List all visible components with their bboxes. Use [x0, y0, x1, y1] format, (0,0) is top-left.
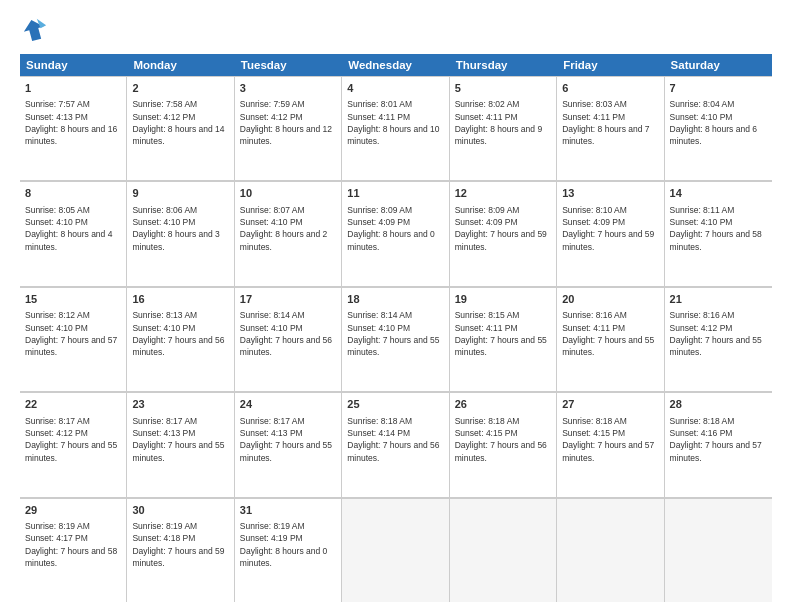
day-info: Sunrise: 8:19 AMSunset: 4:17 PMDaylight:…: [25, 520, 121, 569]
calendar-cell: 26Sunrise: 8:18 AMSunset: 4:15 PMDayligh…: [450, 392, 557, 496]
calendar-cell: 2Sunrise: 7:58 AMSunset: 4:12 PMDaylight…: [127, 76, 234, 180]
header-day-saturday: Saturday: [665, 54, 772, 76]
day-number: 26: [455, 397, 551, 412]
day-info: Sunrise: 8:11 AMSunset: 4:10 PMDaylight:…: [670, 204, 767, 253]
day-number: 21: [670, 292, 767, 307]
day-info: Sunrise: 8:06 AMSunset: 4:10 PMDaylight:…: [132, 204, 228, 253]
day-number: 19: [455, 292, 551, 307]
calendar-cell: 13Sunrise: 8:10 AMSunset: 4:09 PMDayligh…: [557, 181, 664, 285]
calendar-cell: 28Sunrise: 8:18 AMSunset: 4:16 PMDayligh…: [665, 392, 772, 496]
day-number: 27: [562, 397, 658, 412]
day-number: 7: [670, 81, 767, 96]
calendar-header: SundayMondayTuesdayWednesdayThursdayFrid…: [20, 54, 772, 76]
day-info: Sunrise: 8:09 AMSunset: 4:09 PMDaylight:…: [455, 204, 551, 253]
calendar-week-3: 15Sunrise: 8:12 AMSunset: 4:10 PMDayligh…: [20, 287, 772, 392]
day-number: 15: [25, 292, 121, 307]
day-number: 31: [240, 503, 336, 518]
calendar-cell: [665, 498, 772, 602]
day-number: 18: [347, 292, 443, 307]
day-info: Sunrise: 7:57 AMSunset: 4:13 PMDaylight:…: [25, 98, 121, 147]
calendar-cell: 1Sunrise: 7:57 AMSunset: 4:13 PMDaylight…: [20, 76, 127, 180]
calendar-week-1: 1Sunrise: 7:57 AMSunset: 4:13 PMDaylight…: [20, 76, 772, 181]
day-number: 30: [132, 503, 228, 518]
day-info: Sunrise: 8:17 AMSunset: 4:13 PMDaylight:…: [132, 415, 228, 464]
day-info: Sunrise: 8:19 AMSunset: 4:19 PMDaylight:…: [240, 520, 336, 569]
day-info: Sunrise: 8:15 AMSunset: 4:11 PMDaylight:…: [455, 309, 551, 358]
calendar-cell: 25Sunrise: 8:18 AMSunset: 4:14 PMDayligh…: [342, 392, 449, 496]
day-number: 20: [562, 292, 658, 307]
calendar-cell: 3Sunrise: 7:59 AMSunset: 4:12 PMDaylight…: [235, 76, 342, 180]
calendar-body: 1Sunrise: 7:57 AMSunset: 4:13 PMDaylight…: [20, 76, 772, 602]
calendar: SundayMondayTuesdayWednesdayThursdayFrid…: [20, 54, 772, 602]
day-info: Sunrise: 8:16 AMSunset: 4:11 PMDaylight:…: [562, 309, 658, 358]
header-day-tuesday: Tuesday: [235, 54, 342, 76]
calendar-cell: [450, 498, 557, 602]
calendar-week-2: 8Sunrise: 8:05 AMSunset: 4:10 PMDaylight…: [20, 181, 772, 286]
day-info: Sunrise: 8:03 AMSunset: 4:11 PMDaylight:…: [562, 98, 658, 147]
calendar-cell: 22Sunrise: 8:17 AMSunset: 4:12 PMDayligh…: [20, 392, 127, 496]
header-day-friday: Friday: [557, 54, 664, 76]
day-number: 12: [455, 186, 551, 201]
logo-icon: [20, 16, 48, 44]
calendar-week-5: 29Sunrise: 8:19 AMSunset: 4:17 PMDayligh…: [20, 498, 772, 602]
day-info: Sunrise: 8:18 AMSunset: 4:14 PMDaylight:…: [347, 415, 443, 464]
day-info: Sunrise: 8:14 AMSunset: 4:10 PMDaylight:…: [347, 309, 443, 358]
day-number: 1: [25, 81, 121, 96]
day-info: Sunrise: 8:18 AMSunset: 4:16 PMDaylight:…: [670, 415, 767, 464]
day-number: 8: [25, 186, 121, 201]
page: SundayMondayTuesdayWednesdayThursdayFrid…: [0, 0, 792, 612]
calendar-cell: 16Sunrise: 8:13 AMSunset: 4:10 PMDayligh…: [127, 287, 234, 391]
day-info: Sunrise: 8:19 AMSunset: 4:18 PMDaylight:…: [132, 520, 228, 569]
day-info: Sunrise: 8:18 AMSunset: 4:15 PMDaylight:…: [455, 415, 551, 464]
calendar-cell: 17Sunrise: 8:14 AMSunset: 4:10 PMDayligh…: [235, 287, 342, 391]
calendar-cell: 10Sunrise: 8:07 AMSunset: 4:10 PMDayligh…: [235, 181, 342, 285]
day-info: Sunrise: 8:09 AMSunset: 4:09 PMDaylight:…: [347, 204, 443, 253]
day-number: 25: [347, 397, 443, 412]
day-info: Sunrise: 8:12 AMSunset: 4:10 PMDaylight:…: [25, 309, 121, 358]
calendar-week-4: 22Sunrise: 8:17 AMSunset: 4:12 PMDayligh…: [20, 392, 772, 497]
day-number: 29: [25, 503, 121, 518]
day-info: Sunrise: 8:01 AMSunset: 4:11 PMDaylight:…: [347, 98, 443, 147]
logo: [20, 16, 52, 44]
day-info: Sunrise: 8:17 AMSunset: 4:12 PMDaylight:…: [25, 415, 121, 464]
day-info: Sunrise: 7:59 AMSunset: 4:12 PMDaylight:…: [240, 98, 336, 147]
header: [20, 16, 772, 44]
day-number: 11: [347, 186, 443, 201]
header-day-monday: Monday: [127, 54, 234, 76]
day-number: 24: [240, 397, 336, 412]
day-number: 13: [562, 186, 658, 201]
day-info: Sunrise: 8:16 AMSunset: 4:12 PMDaylight:…: [670, 309, 767, 358]
day-number: 23: [132, 397, 228, 412]
calendar-cell: 8Sunrise: 8:05 AMSunset: 4:10 PMDaylight…: [20, 181, 127, 285]
calendar-cell: 9Sunrise: 8:06 AMSunset: 4:10 PMDaylight…: [127, 181, 234, 285]
calendar-cell: 27Sunrise: 8:18 AMSunset: 4:15 PMDayligh…: [557, 392, 664, 496]
day-info: Sunrise: 8:13 AMSunset: 4:10 PMDaylight:…: [132, 309, 228, 358]
day-number: 5: [455, 81, 551, 96]
calendar-cell: 21Sunrise: 8:16 AMSunset: 4:12 PMDayligh…: [665, 287, 772, 391]
calendar-cell: 30Sunrise: 8:19 AMSunset: 4:18 PMDayligh…: [127, 498, 234, 602]
day-number: 3: [240, 81, 336, 96]
calendar-cell: 18Sunrise: 8:14 AMSunset: 4:10 PMDayligh…: [342, 287, 449, 391]
calendar-cell: 19Sunrise: 8:15 AMSunset: 4:11 PMDayligh…: [450, 287, 557, 391]
calendar-cell: 5Sunrise: 8:02 AMSunset: 4:11 PMDaylight…: [450, 76, 557, 180]
day-number: 9: [132, 186, 228, 201]
day-number: 28: [670, 397, 767, 412]
calendar-cell: 29Sunrise: 8:19 AMSunset: 4:17 PMDayligh…: [20, 498, 127, 602]
day-info: Sunrise: 8:05 AMSunset: 4:10 PMDaylight:…: [25, 204, 121, 253]
header-day-wednesday: Wednesday: [342, 54, 449, 76]
day-number: 4: [347, 81, 443, 96]
day-info: Sunrise: 8:18 AMSunset: 4:15 PMDaylight:…: [562, 415, 658, 464]
day-info: Sunrise: 8:02 AMSunset: 4:11 PMDaylight:…: [455, 98, 551, 147]
header-day-thursday: Thursday: [450, 54, 557, 76]
day-info: Sunrise: 8:14 AMSunset: 4:10 PMDaylight:…: [240, 309, 336, 358]
svg-marker-0: [21, 17, 46, 42]
calendar-cell: [342, 498, 449, 602]
day-info: Sunrise: 7:58 AMSunset: 4:12 PMDaylight:…: [132, 98, 228, 147]
header-day-sunday: Sunday: [20, 54, 127, 76]
calendar-cell: 20Sunrise: 8:16 AMSunset: 4:11 PMDayligh…: [557, 287, 664, 391]
calendar-cell: 15Sunrise: 8:12 AMSunset: 4:10 PMDayligh…: [20, 287, 127, 391]
calendar-cell: 14Sunrise: 8:11 AMSunset: 4:10 PMDayligh…: [665, 181, 772, 285]
day-info: Sunrise: 8:17 AMSunset: 4:13 PMDaylight:…: [240, 415, 336, 464]
day-number: 14: [670, 186, 767, 201]
calendar-cell: 12Sunrise: 8:09 AMSunset: 4:09 PMDayligh…: [450, 181, 557, 285]
